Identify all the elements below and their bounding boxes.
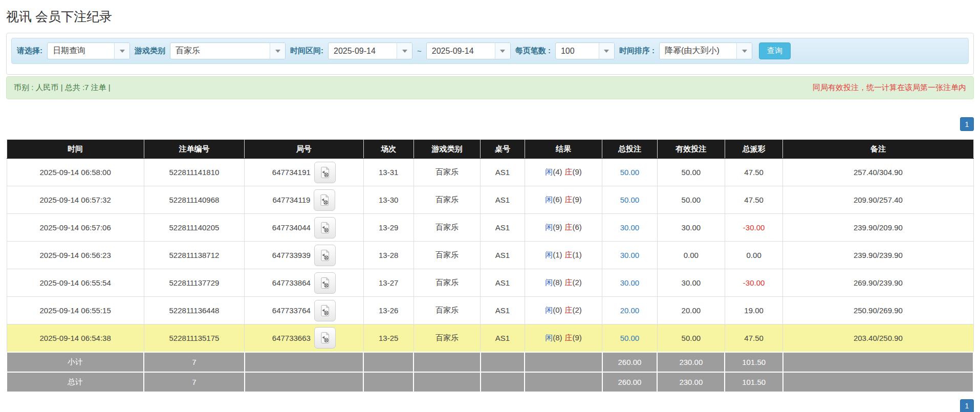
player-result-label: 闲	[545, 195, 553, 204]
summary-count: 7	[144, 352, 244, 372]
cell-total-bet: 30.00	[602, 214, 658, 242]
cell-payout: -30.00	[725, 214, 782, 242]
banker-result-label: 庄	[565, 333, 573, 342]
page-1-button[interactable]: 1	[960, 399, 974, 412]
per-page-label: 每页笔数 :	[515, 46, 551, 56]
header-game-type: 游戏类别	[413, 140, 480, 159]
video-file-icon	[320, 222, 330, 234]
player-result-score: (6)	[553, 195, 562, 204]
chevron-down-icon[interactable]	[397, 43, 412, 59]
cell-round: 647733864	[245, 269, 363, 297]
date-to-value: 2025-09-14	[427, 43, 495, 59]
cell-valid-bet: 30.00	[657, 269, 725, 297]
date-to-select[interactable]: 2025-09-14	[426, 42, 511, 59]
per-page-select[interactable]: 100	[555, 42, 615, 59]
cell-game-type: 百家乐	[413, 159, 480, 186]
video-replay-button[interactable]	[314, 327, 336, 349]
search-button[interactable]: 查询	[759, 42, 791, 59]
video-file-icon	[320, 166, 330, 179]
cell-total-bet: 50.00	[602, 186, 658, 214]
sort-order-select[interactable]: 降幂(由大到小)	[659, 42, 752, 59]
table-row: 2025-09-14 06:56:23 522811138712 6477339…	[7, 242, 973, 269]
page-1-button[interactable]: 1	[960, 117, 974, 131]
chevron-down-icon[interactable]	[114, 43, 129, 59]
cell-result: 闲(8)庄(9)	[525, 324, 602, 352]
summary-bar: 币别 : 人民币 | 总共 :7 注单 | 同局有效投注，统一计算在该局第一张注…	[6, 76, 974, 99]
summary-total-bet: 260.00	[602, 352, 658, 372]
total-bet-link[interactable]: 50.00	[620, 334, 640, 342]
cell-table-no: AS1	[481, 159, 525, 186]
cell-time: 2025-09-14 06:56:23	[7, 242, 144, 269]
total-bet-link[interactable]: 20.00	[620, 306, 640, 315]
summary-payout: 101.50	[725, 372, 782, 392]
cell-round: 647734044	[245, 214, 363, 242]
round-number: 647734191	[272, 168, 311, 177]
cell-valid-bet: 50.00	[657, 324, 725, 352]
banker-result-label: 庄	[565, 195, 573, 204]
pagination-top: 1	[6, 117, 974, 131]
cell-valid-bet: 50.00	[657, 186, 725, 214]
summary-empty	[413, 352, 480, 372]
table-row: 2025-09-14 06:58:00 522811141810 6477341…	[7, 159, 973, 186]
round-number: 647733864	[272, 278, 311, 287]
video-file-icon	[320, 332, 330, 344]
summary-valid-bet: 230.00	[657, 352, 725, 372]
cell-time: 2025-09-14 06:58:00	[7, 159, 144, 186]
header-bet-id: 注单编号	[144, 140, 244, 159]
total-bet-link[interactable]: 30.00	[620, 223, 640, 232]
summary-empty	[481, 352, 525, 372]
table-header-row: 时间 注单编号 局号 场次 游戏类别 桌号 结果 总投注 有效投注 总派彩 备注	[7, 140, 973, 159]
game-type-value: 百家乐	[170, 43, 270, 59]
total-bet-link[interactable]: 50.00	[620, 196, 640, 204]
summary-empty	[413, 372, 480, 392]
cell-payout: -30.00	[725, 269, 782, 297]
player-result-score: (8)	[553, 333, 562, 342]
cell-valid-bet: 50.00	[657, 159, 725, 186]
total-bet-link[interactable]: 30.00	[620, 278, 640, 287]
cell-table-no: AS1	[481, 186, 525, 214]
total-bet-link[interactable]: 30.00	[620, 251, 640, 259]
cell-session: 13-25	[363, 324, 413, 352]
cell-bet-id: 522811138712	[144, 242, 244, 269]
player-result-score: (4)	[553, 167, 562, 176]
video-replay-button[interactable]	[314, 217, 336, 238]
cell-total-bet: 50.00	[602, 159, 658, 186]
chevron-down-icon[interactable]	[736, 43, 752, 59]
chevron-down-icon[interactable]	[599, 43, 614, 59]
player-result-score: (8)	[553, 278, 562, 287]
date-from-select[interactable]: 2025-09-14	[328, 42, 412, 59]
round-number: 647733939	[272, 251, 311, 259]
game-type-select[interactable]: 百家乐	[170, 42, 286, 59]
filter-panel: 请选择: 日期查询 游戏类别 百家乐 时间区间: 2025-09-14 ~ 20…	[6, 33, 974, 75]
video-replay-button[interactable]	[314, 162, 336, 183]
video-replay-button[interactable]	[314, 272, 336, 294]
video-replay-button[interactable]	[314, 300, 336, 321]
cell-payout: 47.50	[725, 324, 782, 352]
query-type-select[interactable]: 日期查询	[47, 42, 130, 59]
table-row: 2025-09-14 06:54:38 522811135175 6477336…	[7, 324, 973, 352]
cell-session: 13-31	[363, 159, 413, 186]
video-file-icon	[320, 277, 330, 289]
date-from-value: 2025-09-14	[329, 43, 397, 59]
cell-total-bet: 50.00	[602, 324, 658, 352]
chevron-down-icon[interactable]	[495, 43, 510, 59]
total-bet-link[interactable]: 50.00	[620, 168, 640, 177]
chevron-down-icon[interactable]	[270, 43, 285, 59]
cell-result: 闲(0)庄(2)	[525, 297, 602, 324]
cell-result: 闲(8)庄(2)	[525, 269, 602, 297]
banker-result-score: (2)	[573, 278, 582, 287]
video-replay-button[interactable]	[314, 245, 336, 266]
cell-result: 闲(1)庄(1)	[525, 242, 602, 269]
player-result-label: 闲	[545, 250, 553, 259]
video-replay-button[interactable]	[314, 189, 335, 211]
header-result: 结果	[525, 140, 602, 159]
cell-game-type: 百家乐	[413, 242, 480, 269]
game-type-label: 游戏类别	[135, 46, 165, 56]
table-row: 2025-09-14 06:57:32 522811140968 6477341…	[7, 186, 973, 214]
round-number: 647734044	[272, 223, 311, 232]
cell-game-type: 百家乐	[413, 214, 480, 242]
header-session: 场次	[363, 140, 413, 159]
player-result-label: 闲	[545, 333, 553, 342]
summary-empty	[363, 372, 413, 392]
video-file-icon	[319, 194, 330, 206]
